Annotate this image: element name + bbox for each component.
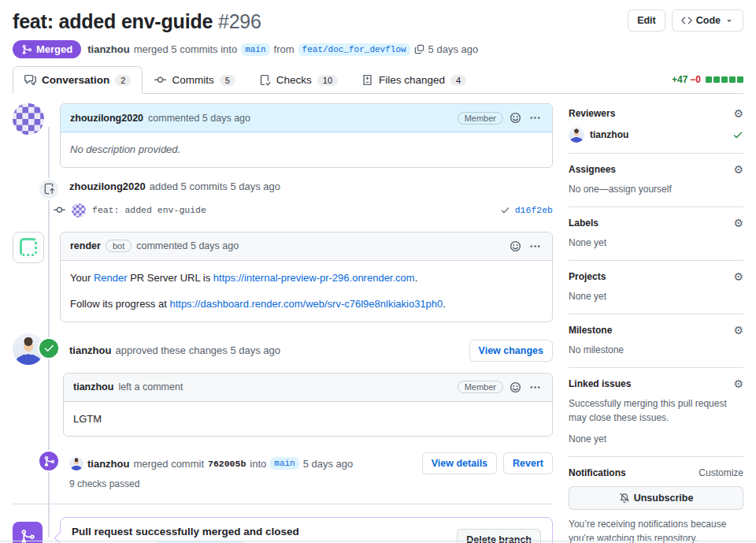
- pr-number: #296: [218, 10, 261, 32]
- review-comment: tianzhou left a comment Member LGTM: [63, 373, 553, 437]
- avatar-zhouzilong2020[interactable]: [72, 203, 86, 218]
- chevron-down-icon: [724, 16, 734, 25]
- revert-button[interactable]: Revert: [503, 452, 553, 474]
- page-title: feat: added env-guide #296: [13, 9, 261, 34]
- merged-status-badge: Merged: [13, 40, 81, 58]
- tab-checks[interactable]: Checks 10: [247, 66, 350, 94]
- emoji-reaction-button[interactable]: [508, 110, 523, 125]
- approved-check-icon: [38, 337, 60, 359]
- git-merge-icon: [38, 450, 60, 472]
- reviewer-name[interactable]: tianzhou: [590, 129, 628, 140]
- head-branch-label[interactable]: feat/doc_for_devflow: [298, 43, 410, 56]
- file-diff-icon: [361, 74, 373, 86]
- merge-time: 5 days ago: [303, 458, 354, 470]
- emoji-reaction-button[interactable]: [508, 380, 523, 395]
- assignees-title: Assignees: [569, 164, 616, 175]
- comment-options-button[interactable]: [528, 110, 543, 125]
- commit-list-item: feat: added env-guide d16f2eb: [13, 203, 553, 218]
- comment-header: zhouzilong2020 commented 5 days ago Memb…: [61, 104, 552, 132]
- notifications-desc: You’re receiving notifications because y…: [569, 517, 743, 543]
- event-author[interactable]: zhouzilong2020: [69, 180, 146, 192]
- commit-message[interactable]: feat: added env-guide: [92, 205, 206, 215]
- approval-event: tianzhou approved these changes 5 days a…: [13, 340, 553, 362]
- pr-status-row: Merged tianzhou merged 5 commits into ma…: [13, 40, 743, 58]
- dashboard-url-link[interactable]: https://dashboard.render.com/web/srv-c76…: [169, 298, 443, 310]
- comment-author[interactable]: render: [70, 240, 101, 251]
- assignees-gear-icon[interactable]: ⚙: [733, 164, 743, 175]
- code-button[interactable]: Code: [672, 9, 743, 32]
- assignees-empty[interactable]: No one—assign yourself: [569, 182, 743, 196]
- git-merge-icon: [13, 522, 43, 543]
- projects-gear-icon[interactable]: ⚙: [733, 271, 743, 282]
- milestone-section: Milestone ⚙ No milestone: [569, 314, 743, 368]
- merge-description: tianzhou merged 5 commits into main from…: [87, 43, 478, 56]
- avatar-tianzhou[interactable]: [69, 456, 83, 470]
- comment-author[interactable]: tianzhou: [73, 381, 113, 392]
- comment-body: No description provided.: [61, 132, 552, 167]
- commits-count: 5: [220, 75, 235, 86]
- copy-branch-icon[interactable]: [414, 44, 424, 54]
- event-author[interactable]: tianzhou: [69, 344, 111, 356]
- kebab-icon: [529, 240, 541, 252]
- linked-issues-gear-icon[interactable]: ⚙: [733, 378, 743, 389]
- comment-options-button[interactable]: [528, 239, 543, 254]
- assignees-section: Assignees ⚙ No one—assign yourself: [569, 154, 743, 207]
- event-author[interactable]: tianzhou: [87, 458, 129, 470]
- conversation-count: 2: [115, 75, 131, 86]
- smiley-icon: [510, 240, 521, 252]
- deletions-count: −0: [690, 74, 701, 85]
- comment-discussion-icon: [24, 74, 36, 86]
- commits-added-event: zhouzilong2020 added 5 commits 5 days ag…: [13, 180, 553, 192]
- kebab-icon: [529, 381, 541, 393]
- avatar-render-bot[interactable]: [13, 232, 44, 263]
- render-link[interactable]: Render: [94, 272, 128, 284]
- pr-title-text: feat: added env-guide: [13, 10, 213, 32]
- milestone-empty: No milestone: [569, 343, 743, 357]
- view-changes-button[interactable]: View changes: [469, 340, 553, 362]
- labels-gear-icon[interactable]: ⚙: [733, 218, 743, 229]
- diffstat: +47 −0: [672, 74, 743, 93]
- tab-conversation[interactable]: Conversation 2: [13, 66, 143, 94]
- avatar-zhouzilong2020[interactable]: [13, 103, 44, 135]
- smiley-icon: [510, 381, 521, 393]
- base-branch-label[interactable]: main: [241, 43, 269, 56]
- notifications-section: Notifications Customize Unsubscribe You’…: [569, 457, 743, 543]
- avatar-tianzhou[interactable]: [569, 127, 584, 143]
- reviewers-gear-icon[interactable]: ⚙: [733, 108, 743, 119]
- diffstat-blocks: [706, 76, 743, 83]
- tab-files-changed[interactable]: Files changed 4: [350, 66, 478, 94]
- base-branch-label[interactable]: main: [270, 457, 298, 470]
- repo-push-icon: [38, 178, 60, 200]
- commit-sha-link[interactable]: d16f2eb: [515, 205, 553, 215]
- tab-commits[interactable]: Commits 5: [143, 66, 246, 94]
- comment-author[interactable]: zhouzilong2020: [70, 113, 143, 124]
- comment-header: render bot commented 5 days ago: [61, 232, 552, 261]
- reviewer-row: tianzhou: [569, 127, 743, 143]
- bot-badge: bot: [106, 240, 132, 252]
- milestone-title: Milestone: [569, 325, 612, 336]
- comment-body: Your Render PR Server URL is https://int…: [61, 261, 552, 322]
- pr-page: feat: added env-guide #296 Edit Code Mer…: [0, 0, 756, 543]
- files-changed-count: 4: [450, 75, 466, 86]
- customize-link[interactable]: Customize: [699, 467, 743, 478]
- unsubscribe-button[interactable]: Unsubscribe: [569, 486, 743, 510]
- merge-author[interactable]: tianzhou: [87, 43, 129, 55]
- git-commit-icon: [154, 74, 166, 86]
- preview-url-link[interactable]: https://internal-preview-pr-296.onrender…: [213, 272, 415, 284]
- comment-body: LGTM: [64, 402, 552, 437]
- projects-section: Projects ⚙ None yet: [569, 261, 743, 314]
- member-badge: Member: [458, 381, 503, 393]
- bell-slash-icon: [619, 493, 630, 504]
- milestone-gear-icon[interactable]: ⚙: [733, 325, 743, 336]
- code-icon: [681, 13, 692, 28]
- commit-check-icon[interactable]: [500, 205, 510, 215]
- projects-empty: None yet: [569, 289, 743, 303]
- edit-button[interactable]: Edit: [628, 9, 665, 32]
- timeline-divider: [13, 504, 553, 504]
- view-details-button[interactable]: View details: [422, 452, 497, 474]
- checks-passed-note[interactable]: 9 checks passed: [69, 478, 553, 489]
- comment-options-button[interactable]: [528, 380, 543, 395]
- pr-timeline: zhouzilong2020 commented 5 days ago Memb…: [13, 103, 553, 543]
- notifications-title: Notifications: [569, 467, 626, 478]
- emoji-reaction-button[interactable]: [508, 239, 523, 254]
